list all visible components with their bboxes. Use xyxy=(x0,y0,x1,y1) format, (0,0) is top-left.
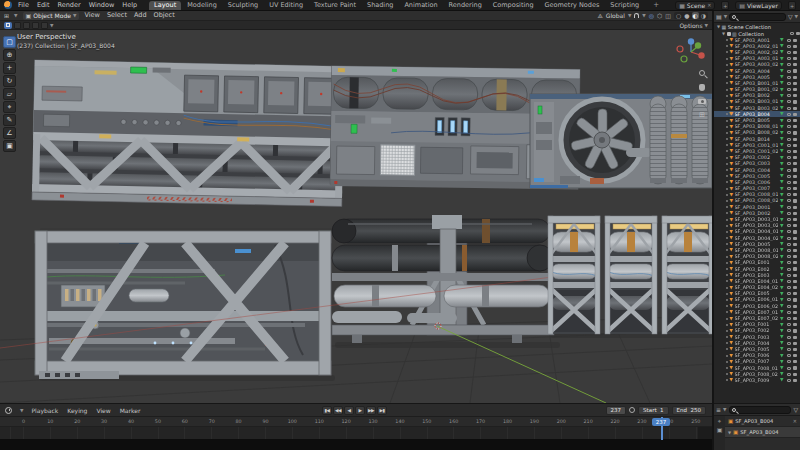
eye-icon[interactable] xyxy=(787,317,792,320)
eye-icon[interactable] xyxy=(787,113,792,116)
eye-icon[interactable] xyxy=(787,63,792,66)
camera-restrict-icon[interactable] xyxy=(793,317,798,320)
eye-icon[interactable] xyxy=(787,119,792,122)
workspace-tab[interactable]: Sculpting xyxy=(223,1,263,10)
viewport-3d[interactable]: User Perspective (237) Collection | SF_A… xyxy=(0,30,712,403)
camera-restrict-icon[interactable] xyxy=(793,88,798,91)
eye-icon[interactable] xyxy=(787,82,792,85)
current-frame-field[interactable]: 237 xyxy=(606,406,627,415)
camera-restrict-icon[interactable] xyxy=(793,329,798,332)
new-viewlayer-button[interactable]: + xyxy=(788,1,796,10)
tool-button[interactable]: ▢ xyxy=(3,36,16,48)
tool-button[interactable]: ▱ xyxy=(3,88,16,100)
shading-rendered-icon[interactable]: ◑ xyxy=(700,12,707,19)
camera-restrict-icon[interactable] xyxy=(793,82,798,85)
tool-button[interactable]: ↻ xyxy=(3,75,16,87)
camera-restrict-icon[interactable] xyxy=(793,342,798,345)
camera-restrict-icon[interactable] xyxy=(793,57,798,60)
outliner-editor-icon[interactable]: ▤ xyxy=(716,13,722,20)
new-scene-button[interactable]: + xyxy=(721,1,729,10)
camera-restrict-icon[interactable] xyxy=(793,224,798,227)
camera-restrict-icon[interactable] xyxy=(793,243,798,246)
select-mode-invert-button[interactable] xyxy=(41,22,48,29)
eye-icon[interactable] xyxy=(787,70,792,73)
transform-orientation-icon[interactable]: ⟁ xyxy=(597,12,602,20)
eye-icon[interactable] xyxy=(787,286,792,289)
filter-funnel-icon[interactable]: ▽ xyxy=(793,406,798,413)
eye-icon[interactable] xyxy=(787,144,792,147)
end-frame-field[interactable]: End 250 xyxy=(672,406,706,415)
camera-restrict-icon[interactable] xyxy=(793,249,798,252)
shading-material-icon[interactable]: ◐ xyxy=(692,12,699,19)
outliner-search-input[interactable] xyxy=(737,14,783,20)
eye-icon[interactable] xyxy=(787,169,792,172)
eye-icon[interactable] xyxy=(787,138,792,141)
camera-restrict-icon[interactable] xyxy=(793,274,798,277)
workspace-tab[interactable]: Rendering xyxy=(444,1,487,10)
eye-icon[interactable] xyxy=(787,107,792,110)
gizmos-toggle-icon[interactable]: ⬡ xyxy=(657,12,662,19)
tool-button[interactable]: ▣ xyxy=(3,140,16,152)
eye-icon[interactable] xyxy=(787,199,792,202)
workspace-tab[interactable]: Animation xyxy=(399,1,442,10)
eye-icon[interactable] xyxy=(787,206,792,209)
viewport-menu-item[interactable]: Add xyxy=(134,10,147,21)
outliner-object-row[interactable]: ▼ SF_AP03_F009 ▼ xyxy=(714,377,800,383)
eye-icon[interactable] xyxy=(787,45,792,48)
camera-restrict-icon[interactable] xyxy=(793,206,798,209)
eye-icon[interactable] xyxy=(787,100,792,103)
workspace-tab[interactable]: Compositing xyxy=(488,1,539,10)
camera-restrict-icon[interactable] xyxy=(793,230,798,233)
eye-icon[interactable] xyxy=(787,125,792,128)
auto-keying-icon[interactable] xyxy=(629,407,635,413)
eye-icon[interactable] xyxy=(787,311,792,314)
options-dropdown[interactable]: Options xyxy=(679,22,702,29)
eye-icon[interactable] xyxy=(787,51,792,54)
model-panel-e[interactable] xyxy=(332,215,554,343)
camera-restrict-icon[interactable] xyxy=(793,63,798,66)
model-panel-a[interactable] xyxy=(32,60,345,206)
workspace-tab[interactable]: Shading xyxy=(362,1,398,10)
camera-restrict-icon[interactable] xyxy=(793,280,798,283)
camera-restrict-icon[interactable] xyxy=(793,39,798,42)
topbar-menu-item[interactable]: Help xyxy=(122,0,137,11)
camera-restrict-icon[interactable] xyxy=(793,168,798,171)
camera-restrict-icon[interactable] xyxy=(793,354,798,357)
camera-restrict-icon[interactable] xyxy=(793,311,798,314)
eye-icon[interactable] xyxy=(787,255,792,258)
camera-restrict-icon[interactable] xyxy=(793,138,798,141)
eye-icon[interactable] xyxy=(787,274,792,277)
outliner-search[interactable] xyxy=(729,13,786,21)
shading-solid-icon[interactable]: ● xyxy=(683,12,690,19)
active-tool-icon[interactable] xyxy=(4,22,12,29)
eye-icon[interactable] xyxy=(787,323,792,326)
select-mode-extend-button[interactable] xyxy=(23,22,30,29)
filter-funnel-icon[interactable]: ▽ xyxy=(788,13,793,20)
eye-icon[interactable] xyxy=(787,336,792,339)
workspace-tab[interactable]: Layout xyxy=(149,1,181,10)
eye-icon[interactable] xyxy=(787,342,792,345)
workspace-tab[interactable]: UV Editing xyxy=(264,1,308,10)
playback-button[interactable]: ▶ xyxy=(355,406,365,415)
camera-restrict-icon[interactable] xyxy=(793,113,798,116)
overlays-toggle-icon[interactable]: ◫ xyxy=(665,12,671,19)
expand-icon[interactable]: ▼ xyxy=(717,24,720,29)
camera-restrict-icon[interactable] xyxy=(793,156,798,159)
eye-icon[interactable] xyxy=(787,39,792,42)
eye-icon[interactable] xyxy=(787,329,792,332)
scene-unlink-icon[interactable]: ✕ xyxy=(707,2,711,8)
snap-magnet-icon[interactable] xyxy=(634,13,639,18)
eye-icon[interactable] xyxy=(787,187,792,190)
expand-icon[interactable]: ▼ xyxy=(728,430,731,435)
eye-icon[interactable] xyxy=(787,224,792,227)
camera-restrict-icon[interactable] xyxy=(793,144,798,147)
workspace-tab[interactable]: Texture Paint xyxy=(309,1,361,10)
navigation-gizmo[interactable] xyxy=(674,34,708,68)
camera-restrict-icon[interactable] xyxy=(793,107,798,110)
eye-icon[interactable] xyxy=(787,212,792,215)
model-panel-fan[interactable] xyxy=(530,94,712,188)
camera-restrict-icon[interactable] xyxy=(793,261,798,264)
tool-button[interactable]: ⌖ xyxy=(3,101,16,113)
tool-button[interactable]: ✎ xyxy=(3,114,16,126)
eye-icon[interactable] xyxy=(787,150,792,153)
